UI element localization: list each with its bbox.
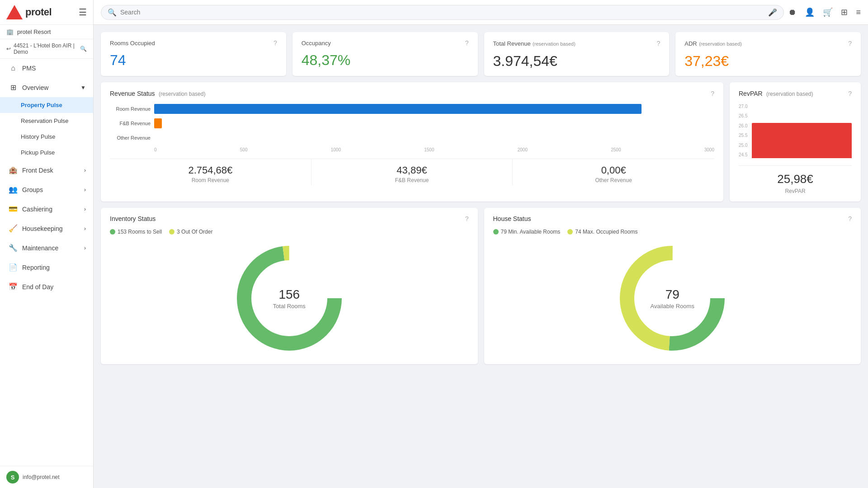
sidebar-location[interactable]: ↩ 44521 - L'Hotel Bon AIR | Demo 🔍 <box>0 39 93 59</box>
help-icon[interactable]: ? <box>465 215 469 222</box>
topbar: 🔍 🎤 ⏺ 👤 🛒 ⊞ ≡ <box>94 0 868 25</box>
sidebar-item-pickup-pulse[interactable]: Pickup Pulse <box>0 145 93 160</box>
menu-icon[interactable]: ≡ <box>856 8 861 17</box>
sidebar-item-overview[interactable]: ⊞ Overview ▼ <box>0 78 93 97</box>
donut-center-text: 156 Total Rooms <box>273 287 306 310</box>
help-icon[interactable]: ? <box>465 39 469 47</box>
sidebar-item-label: Housekeeping <box>22 225 63 232</box>
avatar: S <box>6 471 19 483</box>
revpar-chart: 27.0 26.5 26.0 25.5 25.0 24.5 <box>739 104 852 158</box>
legend-label: 153 Rooms to Sell <box>118 229 162 235</box>
sidebar-item-cashiering[interactable]: 💳 Cashiering › <box>0 199 93 219</box>
bar-row-other-revenue: Other Revenue <box>110 133 714 143</box>
inventory-title: Inventory Status <box>110 215 156 222</box>
help-icon[interactable]: ? <box>656 40 660 47</box>
chevron-right-icon: › <box>84 187 86 193</box>
housekeeping-icon: 🧹 <box>9 224 18 233</box>
bar-track <box>154 104 714 114</box>
search-location-icon[interactable]: 🔍 <box>80 46 87 52</box>
chevron-down-icon: ▼ <box>80 84 86 91</box>
sidebar-item-label: Cashiering <box>22 206 52 213</box>
rev-stat-value: 2.754,68€ <box>112 164 309 176</box>
record-icon[interactable]: ⏺ <box>788 8 797 17</box>
legend-dot <box>567 229 573 235</box>
apps-icon[interactable]: ⊞ <box>841 7 848 17</box>
revpar-bar <box>752 123 852 158</box>
help-icon[interactable]: ? <box>274 39 277 47</box>
y-label: 25.0 <box>739 143 747 148</box>
x-label: 500 <box>240 147 248 152</box>
donut-number: 156 <box>273 287 306 302</box>
hamburger-icon[interactable]: ☰ <box>79 7 87 18</box>
rev-stat-value: 0,00€ <box>514 164 712 176</box>
stat-card-adr: ADR (reservation based) ? 37,23€ <box>675 32 861 76</box>
x-label: 0 <box>154 147 157 152</box>
house-legend: 79 Min. Available Rooms 74 Max. Occupied… <box>493 229 852 235</box>
home-icon: ⌂ <box>9 64 18 72</box>
revenue-status-title: Revenue Status <box>110 90 155 97</box>
footer-email: info@protel.net <box>23 474 60 480</box>
rev-stat-label: Other Revenue <box>514 177 712 183</box>
revenue-row: Revenue Status (reservation based) ? Roo… <box>101 82 861 202</box>
stat-title: ADR <box>684 40 697 47</box>
bar-x-axis: 0 500 1000 1500 2000 2500 3000 <box>154 147 714 152</box>
sidebar-item-property-pulse[interactable]: Property Pulse <box>0 97 93 113</box>
logo-text: protel <box>25 6 52 18</box>
help-icon[interactable]: ? <box>848 90 852 97</box>
sidebar-item-front-desk[interactable]: 🏨 Front Desk › <box>0 160 93 180</box>
x-label: 3000 <box>704 147 714 152</box>
sidebar-item-housekeeping[interactable]: 🧹 Housekeeping › <box>0 219 93 238</box>
chevron-right-icon: › <box>84 225 86 232</box>
rev-stat-label: F&B Revenue <box>313 177 511 183</box>
x-label: 1500 <box>424 147 434 152</box>
sidebar-footer: S info@protel.net <box>0 466 93 488</box>
help-icon[interactable]: ? <box>848 40 852 47</box>
sidebar-item-reporting[interactable]: 📄 Reporting <box>0 258 93 277</box>
y-label: 26.5 <box>739 113 747 118</box>
help-icon[interactable]: ? <box>711 90 714 97</box>
rev-stat-value: 43,89€ <box>313 164 511 176</box>
x-label: 2500 <box>611 147 621 152</box>
sidebar-item-pms[interactable]: ⌂ PMS <box>0 59 93 78</box>
donut-label: Total Rooms <box>273 303 306 310</box>
y-label: 26.0 <box>739 123 747 128</box>
sidebar-item-label: Reporting <box>22 264 50 271</box>
maintenance-icon: 🔧 <box>9 244 18 252</box>
rev-stat-room: 2.754,68€ Room Revenue <box>110 159 311 185</box>
sidebar-item-end-of-day[interactable]: 📅 End of Day <box>0 277 93 296</box>
bar-row-fb-revenue: F&B Revenue <box>110 118 714 128</box>
location-text: 44521 - L'Hotel Bon AIR | Demo <box>14 42 77 55</box>
legend-item: 153 Rooms to Sell <box>110 229 162 235</box>
sidebar-item-reservation-pulse[interactable]: Reservation Pulse <box>0 113 93 129</box>
x-label: 2000 <box>518 147 528 152</box>
sidebar-item-groups[interactable]: 👥 Groups › <box>0 180 93 199</box>
help-icon[interactable]: ? <box>848 215 852 222</box>
logo-icon <box>6 5 23 19</box>
revpar-value: 25,98€ <box>739 172 852 186</box>
donut-label: Available Rooms <box>651 303 694 310</box>
legend-dot <box>493 229 499 235</box>
sidebar-item-label: End of Day <box>22 283 53 291</box>
cart-icon[interactable]: 🛒 <box>823 7 833 17</box>
bar-label: F&B Revenue <box>110 121 151 126</box>
legend-item: 79 Min. Available Rooms <box>493 229 561 235</box>
microphone-icon[interactable]: 🎤 <box>768 8 777 17</box>
stat-value: 74 <box>110 52 277 69</box>
search-input[interactable] <box>120 9 764 16</box>
building-icon: 🏢 <box>6 28 14 35</box>
search-icon: 🔍 <box>108 8 117 17</box>
sidebar-item-maintenance[interactable]: 🔧 Maintenance › <box>0 238 93 258</box>
revpar-title: RevPAR <box>739 90 763 97</box>
sidebar-item-label: Front Desk <box>22 167 53 174</box>
user-check-icon[interactable]: 👤 <box>805 7 815 17</box>
sidebar-item-history-pulse[interactable]: History Pulse <box>0 129 93 145</box>
revpar-card: RevPAR (reservation based) ? 27.0 26.5 2… <box>730 82 861 202</box>
sidebar-item-label: Maintenance <box>22 244 58 252</box>
bar-label: Room Revenue <box>110 106 151 112</box>
bottom-row: Inventory Status ? 153 Rooms to Sell 3 O… <box>101 208 861 364</box>
y-label: 27.0 <box>739 104 747 109</box>
revenue-stats: 2.754,68€ Room Revenue 43,89€ F&B Revenu… <box>110 159 714 185</box>
reporting-icon: 📄 <box>9 263 18 272</box>
rev-stat-other: 0,00€ Other Revenue <box>513 159 714 185</box>
bar-row-room-revenue: Room Revenue <box>110 104 714 114</box>
